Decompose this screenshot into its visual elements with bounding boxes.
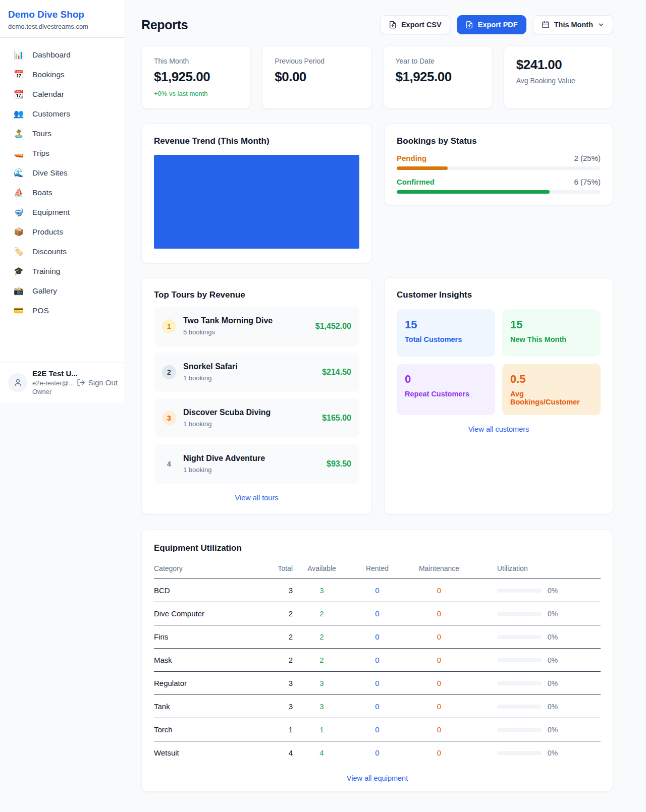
sidebar-item-label: Dashboard	[32, 50, 71, 60]
tour-name: Discover Scuba Diving	[183, 408, 315, 417]
cell-utilization: 0%	[474, 633, 601, 641]
column-header-utilization: Utilization	[474, 564, 601, 572]
tile-value: 15	[510, 318, 593, 331]
sidebar-item-pos[interactable]: 💳 POS	[0, 301, 125, 320]
sidebar-item-tours[interactable]: 🏝️ Tours	[0, 124, 125, 143]
cell-maintenance: 0	[404, 656, 474, 664]
tour-bookings: 1 booking	[183, 466, 211, 474]
view-all-customers-link[interactable]: View all customers	[397, 425, 601, 433]
user-email: e2e-tester@...	[32, 379, 72, 388]
cell-total: 1	[257, 725, 293, 734]
camera-icon: 📸	[13, 286, 24, 296]
insight-tile-avg-bookings: 0.5 Avg Bookings/Customer	[502, 364, 601, 415]
revenue-trend-chart	[154, 155, 359, 249]
cell-total: 3	[257, 702, 293, 711]
sidebar-item-label: Boats	[32, 188, 52, 197]
sidebar-item-customers[interactable]: 👥 Customers	[0, 104, 125, 124]
tour-revenue: $1,452.00	[315, 322, 351, 331]
stat-card-this-month: This Month $1,925.00 +0% vs last month	[141, 45, 251, 109]
bookings-by-status-title: Bookings by Status	[397, 136, 601, 146]
customers-icon: 👥	[13, 109, 24, 119]
cell-maintenance: 0	[404, 609, 474, 618]
rank-badge: 1	[162, 319, 176, 333]
wave-icon: 🌊	[13, 168, 24, 178]
sidebar-item-dashboard[interactable]: 📊 Dashboard	[0, 45, 125, 65]
customer-insights-title: Customer Insights	[397, 290, 601, 300]
tour-list-item: 1 Two Tank Morning Dive 5 bookings $1,45…	[154, 307, 359, 346]
cell-category: Fins	[154, 632, 257, 641]
column-header-total: Total	[257, 564, 293, 572]
insight-tile-total-customers: 15 Total Customers	[397, 309, 495, 357]
period-select[interactable]: This Month	[533, 15, 613, 34]
cell-available: 3	[293, 679, 351, 687]
sidebar-item-products[interactable]: 📦 Products	[0, 222, 125, 242]
sidebar-item-bookings[interactable]: 📅 Bookings	[0, 65, 125, 84]
column-header-rented: Rented	[351, 564, 404, 572]
cell-rented: 0	[351, 725, 404, 734]
sidebar-item-boats[interactable]: ⛵ Boats	[0, 183, 125, 202]
tour-name: Night Dive Adventure	[183, 454, 319, 463]
dashboard-icon: 📊	[13, 50, 24, 60]
tour-bookings: 1 booking	[183, 374, 211, 382]
cell-category: Dive Computer	[154, 609, 257, 618]
user-role: Owner	[32, 387, 72, 396]
table-row: BCD 3 3 0 0 0%	[154, 579, 601, 602]
stat-label: Avg Booking Value	[516, 77, 601, 85]
sidebar-item-trips[interactable]: 🚤 Trips	[0, 143, 125, 163]
rank-badge: 4	[162, 457, 176, 471]
tour-list-item: 2 Snorkel Safari 1 booking $214.50	[154, 353, 359, 392]
sidebar-item-gallery[interactable]: 📸 Gallery	[0, 281, 125, 301]
utilization-bar-track	[497, 681, 542, 685]
cell-total: 3	[257, 679, 293, 687]
sign-out-button[interactable]: Sign Out	[77, 378, 120, 387]
sidebar-item-equipment[interactable]: 🤿 Equipment	[0, 202, 125, 222]
revenue-trend-title: Revenue Trend (This Month)	[154, 136, 359, 146]
utilization-percent: 0%	[548, 587, 558, 595]
export-pdf-button[interactable]: Export PDF	[457, 15, 526, 34]
sidebar-item-dive-sites[interactable]: 🌊 Dive Sites	[0, 163, 125, 183]
tour-name: Snorkel Safari	[183, 362, 315, 371]
cell-category: Torch	[154, 725, 257, 734]
cell-available: 1	[293, 725, 351, 734]
utilization-bar-track	[497, 635, 542, 639]
stat-value: $241.00	[516, 57, 601, 73]
tile-value: 0.5	[510, 373, 593, 386]
tile-label: Total Customers	[405, 335, 487, 343]
cell-category: Tank	[154, 702, 257, 711]
tile-value: 15	[405, 318, 487, 331]
sidebar-item-label: Gallery	[32, 286, 57, 296]
export-csv-button[interactable]: Export CSV	[380, 15, 450, 34]
view-all-equipment-link[interactable]: View all equipment	[154, 774, 601, 782]
calendar-icon	[542, 21, 550, 29]
cell-maintenance: 0	[404, 702, 474, 711]
cell-rented: 0	[351, 609, 404, 618]
view-all-tours-link[interactable]: View all tours	[154, 494, 359, 502]
tile-label: Avg Bookings/Customer	[510, 390, 593, 406]
utilization-bar-track	[497, 658, 542, 662]
bookings-by-status-card: Bookings by Status Pending 2 (25%) Confi…	[384, 124, 613, 205]
utilization-bar-track	[497, 728, 542, 732]
sidebar-item-training[interactable]: 🎓 Training	[0, 261, 125, 281]
user-box: E2E Test U... e2e-tester@... Owner Sign …	[0, 363, 125, 402]
sidebar-item-label: Bookings	[32, 70, 65, 79]
chevron-down-icon	[598, 21, 605, 28]
cell-utilization: 0%	[474, 703, 601, 711]
status-count: 6 (75%)	[574, 178, 601, 186]
cell-total: 2	[257, 656, 293, 664]
sidebar-item-label: Discounts	[32, 247, 67, 256]
status-bar-track	[397, 190, 601, 194]
sidebar-item-label: Calendar	[32, 90, 64, 99]
tours-island-icon: 🏝️	[13, 129, 24, 138]
stat-card-previous-period: Previous Period $0.00	[262, 45, 371, 109]
stats-row: This Month $1,925.00 +0% vs last month P…	[141, 45, 613, 109]
rank-badge: 2	[162, 365, 176, 379]
user-meta: E2E Test U... e2e-tester@... Owner	[32, 369, 72, 396]
cell-maintenance: 0	[404, 679, 474, 687]
sidebar-item-calendar[interactable]: 📆 Calendar	[0, 84, 125, 104]
stat-delta: +0% vs last month	[154, 90, 238, 97]
tour-name: Two Tank Morning Dive	[183, 316, 308, 325]
column-header-category: Category	[154, 564, 257, 572]
cell-utilization: 0%	[474, 726, 601, 734]
sidebar-item-discounts[interactable]: 🏷️ Discounts	[0, 242, 125, 261]
cell-category: Mask	[154, 656, 257, 664]
